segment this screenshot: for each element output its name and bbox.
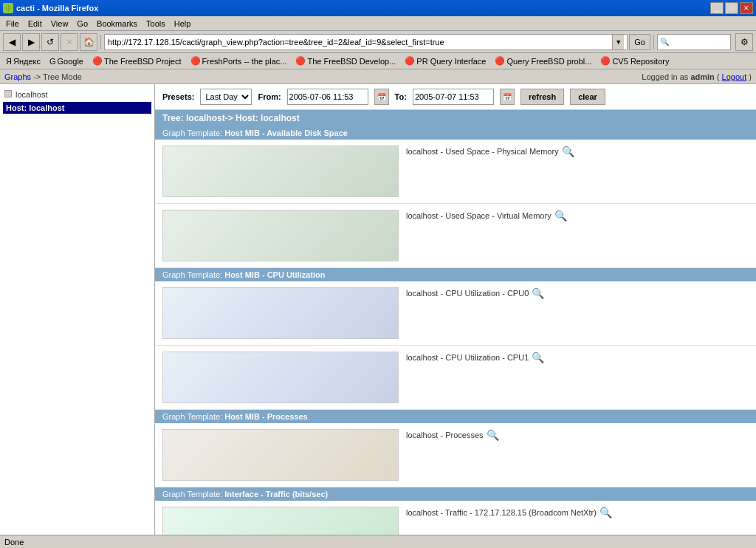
graph-template-label-cpu: Graph Template: — [162, 270, 222, 279]
zoom-icon-virtual-memory[interactable]: 🔍 — [554, 210, 567, 222]
menu-go[interactable]: Go — [72, 18, 92, 29]
sidebar-host[interactable]: localhost — [3, 89, 151, 100]
graph-image-processes — [162, 429, 399, 481]
zoom-icon-physical-memory[interactable]: 🔍 — [562, 145, 574, 157]
zoom-icon-cpu0[interactable]: 🔍 — [532, 287, 544, 299]
logout-link[interactable]: Logout — [722, 72, 747, 81]
breadcrumb-mode: Tree Mode — [43, 72, 82, 81]
graph-label-area-traffic: localhost - Traffic - 172.17.128.15 (Bro… — [406, 507, 612, 518]
freebsd-dev-icon: 🔴 — [295, 56, 306, 66]
graph-section-disk: Graph Template: Host MIB - Available Dis… — [155, 126, 756, 268]
presets-label: Presets: — [162, 92, 194, 101]
controls-bar: Presets: Last Day From: 📅 To: 📅 refresh … — [155, 84, 756, 110]
sidebar-host-label: localhost — [16, 90, 47, 99]
cv5-icon: 🔴 — [600, 56, 611, 66]
from-date-input[interactable] — [287, 89, 368, 105]
content-area: Presets: Last Day From: 📅 To: 📅 refresh … — [155, 84, 756, 535]
host-expand-icon — [4, 90, 12, 97]
breadcrumb: Graphs -> Tree Mode — [4, 72, 82, 81]
toolbar-separator — [100, 35, 101, 49]
graph-image-virtual-memory — [162, 210, 399, 261]
graph-label-cpu0: localhost - CPU Utilization - CPU0 — [406, 289, 529, 298]
graph-template-header-cpu: Graph Template: Host MIB - CPU Utilizati… — [155, 268, 756, 281]
toolbar: ◀ ▶ ↺ ✕ 🏠 ▼ Go 🔍 ⚙ — [0, 31, 756, 53]
graph-row-virtual-memory: localhost - Used Space - Virtual Memory … — [155, 204, 756, 268]
graph-label-traffic: localhost - Traffic - 172.17.128.15 (Bro… — [406, 508, 597, 517]
from-calendar-button[interactable]: 📅 — [374, 89, 389, 105]
breadcrumb-separator: -> — [33, 72, 43, 81]
graph-template-label-disk: Graph Template: — [162, 129, 222, 137]
reload-button[interactable]: ↺ — [41, 33, 59, 51]
to-calendar-button[interactable]: 📅 — [500, 89, 515, 105]
refresh-button[interactable]: refresh — [520, 89, 564, 105]
to-label: To: — [395, 92, 407, 101]
graph-image-physical-memory — [162, 145, 399, 197]
window-titlebar: 🌵 cacti - Mozilla Firefox _ □ ✕ — [0, 0, 756, 16]
menu-help[interactable]: Help — [170, 18, 196, 29]
graph-label-area-virtual-memory: localhost - Used Space - Virtual Memory … — [406, 210, 567, 222]
search-box[interactable]: 🔍 — [657, 34, 731, 50]
graph-label-area-processes: localhost - Processes 🔍 — [406, 429, 499, 441]
clear-button[interactable]: clear — [570, 89, 605, 105]
bookmark-query-freebsd[interactable]: 🔴 Query FreeBSD probl... — [492, 55, 594, 66]
breadcrumb-graphs-link[interactable]: Graphs — [4, 72, 31, 81]
bookmark-yandex[interactable]: Я Яндекс — [3, 56, 44, 66]
toolbar-separator2 — [653, 35, 654, 49]
freebsd-icon: 🔴 — [92, 56, 103, 66]
address-bar[interactable]: ▼ — [104, 34, 628, 50]
address-dropdown-button[interactable]: ▼ — [612, 35, 624, 49]
go-button[interactable]: Go — [629, 34, 650, 50]
bookmark-freebsd-dev[interactable]: 🔴 The FreeBSD Develop... — [292, 55, 399, 66]
logged-in-area: Logged in as admin ( Logout ) — [642, 72, 752, 81]
minimize-button[interactable]: _ — [710, 2, 724, 14]
graph-section-processes: Graph Template: Host MIB - Processes loc… — [155, 410, 756, 487]
forward-button[interactable]: ▶ — [22, 33, 40, 51]
bookmark-pr-query-label: PR Query Interface — [416, 57, 486, 66]
menu-file[interactable]: File — [1, 18, 24, 29]
address-input[interactable] — [108, 38, 612, 47]
menu-view[interactable]: View — [47, 18, 73, 29]
bookmark-freebsd-label: The FreeBSD Project — [104, 57, 182, 66]
graph-label-area-cpu0: localhost - CPU Utilization - CPU0 🔍 — [406, 287, 544, 299]
sidebar-host-item[interactable]: Host: localhost — [3, 102, 151, 114]
pr-query-icon: 🔴 — [405, 56, 415, 66]
preset-select[interactable]: Last Day — [200, 89, 252, 105]
maximize-button[interactable]: □ — [725, 2, 738, 14]
menubar: File Edit View Go Bookmarks Tools Help — [0, 16, 756, 31]
graph-label-area-physical-memory: localhost - Used Space - Physical Memory… — [406, 145, 574, 157]
graph-template-label-processes: Graph Template: — [162, 412, 222, 421]
graph-row-processes: localhost - Processes 🔍 — [155, 423, 756, 487]
to-date-input[interactable] — [413, 89, 494, 105]
graph-label-area-cpu1: localhost - CPU Utilization - CPU1 🔍 — [406, 352, 544, 363]
bookmark-pr-query[interactable]: 🔴 PR Query Interface — [402, 55, 489, 66]
graph-image-traffic — [162, 507, 399, 535]
graph-row-traffic: localhost - Traffic - 172.17.128.15 (Bro… — [155, 501, 756, 535]
graph-label-processes: localhost - Processes — [406, 431, 484, 439]
graph-template-label-traffic: Graph Template: — [162, 490, 222, 499]
menu-bookmarks[interactable]: Bookmarks — [92, 18, 142, 29]
search-icon: 🔍 — [658, 35, 671, 49]
graph-row-physical-memory: localhost - Used Space - Physical Memory… — [155, 140, 756, 204]
back-button[interactable]: ◀ — [3, 33, 21, 51]
bookmark-freshports[interactable]: 🔴 FreshPorts -- the plac... — [188, 55, 290, 66]
graph-section-cpu: Graph Template: Host MIB - CPU Utilizati… — [155, 268, 756, 410]
zoom-icon-cpu1[interactable]: 🔍 — [532, 352, 544, 363]
graph-template-name-cpu: Host MIB - CPU Utilization — [224, 270, 325, 279]
home-button[interactable]: 🏠 — [80, 33, 97, 51]
graph-label-virtual-memory: localhost - Used Space - Virtual Memory — [406, 211, 551, 220]
bookmark-cv5-label: CV5 Repository — [612, 57, 669, 66]
zoom-icon-traffic[interactable]: 🔍 — [599, 507, 612, 518]
settings-button[interactable]: ⚙ — [735, 33, 753, 51]
stop-button[interactable]: ✕ — [61, 33, 78, 51]
search-input[interactable] — [671, 38, 730, 47]
bookmark-google[interactable]: G Google — [47, 56, 86, 66]
bookmark-freebsd[interactable]: 🔴 The FreeBSD Project — [89, 55, 185, 66]
graph-label-physical-memory: localhost - Used Space - Physical Memory — [406, 147, 559, 156]
tree-header: Tree: localhost-> Host: localhost — [155, 110, 756, 126]
menu-edit[interactable]: Edit — [24, 18, 47, 29]
menu-tools[interactable]: Tools — [142, 18, 170, 29]
zoom-icon-processes[interactable]: 🔍 — [487, 429, 499, 441]
bookmark-query-freebsd-label: Query FreeBSD probl... — [506, 57, 591, 66]
close-button[interactable]: ✕ — [740, 2, 753, 14]
bookmark-cv5[interactable]: 🔴 CV5 Repository — [597, 55, 672, 66]
